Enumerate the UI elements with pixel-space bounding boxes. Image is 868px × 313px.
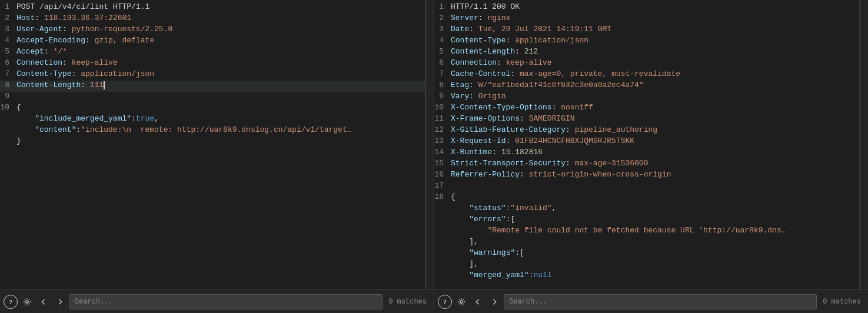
left-help-button[interactable]: ? (4, 295, 18, 309)
right-panel: 1 HTTP/1.1 200 OK 2 Server: nginx 3 Date… (434, 0, 860, 289)
right-line-24: ], (434, 259, 859, 271)
right-line-15: 15 Strict-Transport-Security: max-age=31… (434, 159, 859, 170)
left-line-5: 5 Accept: */* (0, 47, 425, 58)
right-line-18: 18 { (434, 192, 859, 204)
right-line-14: 14 X-Runtime: 15.182816 (434, 148, 859, 159)
left-settings-button[interactable] (20, 295, 34, 309)
right-line-25: "merged_yaml":null (434, 271, 859, 282)
left-panel: 1 POST /api/v4/ci/lint HTTP/1.1 2 Host: … (0, 0, 425, 289)
left-line-6: 6 Connection: keep-alive (0, 58, 425, 69)
left-line-4: 4 Accept-Encoding: gzip, deflate (0, 36, 425, 47)
arrow-left-icon-right (474, 298, 482, 306)
right-scrollbar[interactable] (860, 0, 868, 289)
right-line-6: 6 Connection: keep-alive (434, 58, 859, 69)
left-line-1: 1 POST /api/v4/ci/lint HTTP/1.1 (0, 2, 425, 14)
right-line-3: 3 Date: Tue, 20 Jul 2021 14:19:11 GMT (434, 25, 859, 36)
right-line-22: ], (434, 237, 859, 248)
right-line-12: 12 X-Gitlab-Feature-Category: pipeline_a… (434, 125, 859, 136)
left-toolbar: ? 0 matches (0, 290, 434, 313)
right-line-11: 11 X-Frame-Options: SAMEORIGIN (434, 114, 859, 125)
right-line-7: 7 Cache-Control: max-age=0, private, mus… (434, 69, 859, 81)
right-line-2: 2 Server: nginx (434, 14, 859, 25)
right-toolbar: ? 0 matches (434, 290, 868, 313)
left-scrollbar[interactable] (425, 0, 434, 289)
right-line-8: 8 Etag: W/"eaf1beda1f41c6fb32c3e0a0a2ec4… (434, 81, 859, 92)
right-back-button[interactable] (471, 295, 485, 309)
left-line-11: "include_merged_yaml":true, (0, 114, 425, 125)
right-matches-label: 0 matches (819, 298, 864, 306)
left-matches-label: 0 matches (385, 298, 430, 306)
left-code-area: 1 POST /api/v4/ci/lint HTTP/1.1 2 Host: … (0, 0, 425, 289)
right-search-input[interactable] (504, 294, 817, 309)
svg-point-1 (460, 300, 463, 302)
right-line-5: 5 Content-Length: 212 (434, 47, 859, 58)
arrow-left-icon (39, 298, 48, 306)
svg-point-0 (26, 300, 28, 302)
left-line-8: 8 Content-Length: 111 (0, 81, 425, 92)
gear-icon (23, 298, 31, 306)
right-line-23: "warnings":[ (434, 248, 859, 259)
arrow-right-icon (56, 298, 64, 306)
bottom-toolbar: ? 0 matches ? (0, 289, 868, 313)
left-line-13: } (0, 136, 425, 148)
left-back-button[interactable] (36, 295, 51, 309)
right-help-button[interactable]: ? (438, 295, 452, 309)
right-line-9: 9 Vary: Origin (434, 92, 859, 103)
left-line-7: 7 Content-Type: application/json (0, 69, 425, 81)
right-line-4: 4 Content-Type: application/json (434, 36, 859, 47)
right-line-21: "Remote file could not be fetched becaus… (434, 226, 859, 237)
right-code-area: 1 HTTP/1.1 200 OK 2 Server: nginx 3 Date… (434, 0, 859, 289)
left-line-2: 2 Host: 118.193.36.37:22601 (0, 14, 425, 25)
left-line-9: 9 (0, 92, 425, 103)
left-search-input[interactable] (69, 294, 383, 309)
right-line-20: "errors":[ (434, 215, 859, 226)
text-cursor (104, 81, 105, 89)
right-line-1: 1 HTTP/1.1 200 OK (434, 2, 859, 14)
left-line-12: "content":"include:\n remote: http://uar… (0, 125, 425, 136)
right-line-19: "status":"invalid", (434, 204, 859, 215)
right-line-10: 10 X-Content-Type-Options: nosniff (434, 103, 859, 114)
gear-icon-right (457, 298, 465, 306)
left-line-3: 3 User-Agent: python-requests/2.25.0 (0, 25, 425, 36)
right-line-16: 16 Referrer-Policy: strict-origin-when-c… (434, 170, 859, 181)
right-line-17: 17 (434, 181, 859, 192)
arrow-right-icon-right (490, 298, 498, 306)
right-line-13: 13 X-Request-Id: 01FB24HCNCFHBXJQMSRJR5T… (434, 136, 859, 148)
left-line-10: 10 { (0, 103, 425, 114)
left-forward-button[interactable] (53, 295, 67, 309)
right-forward-button[interactable] (487, 295, 501, 309)
right-settings-button[interactable] (454, 295, 468, 309)
